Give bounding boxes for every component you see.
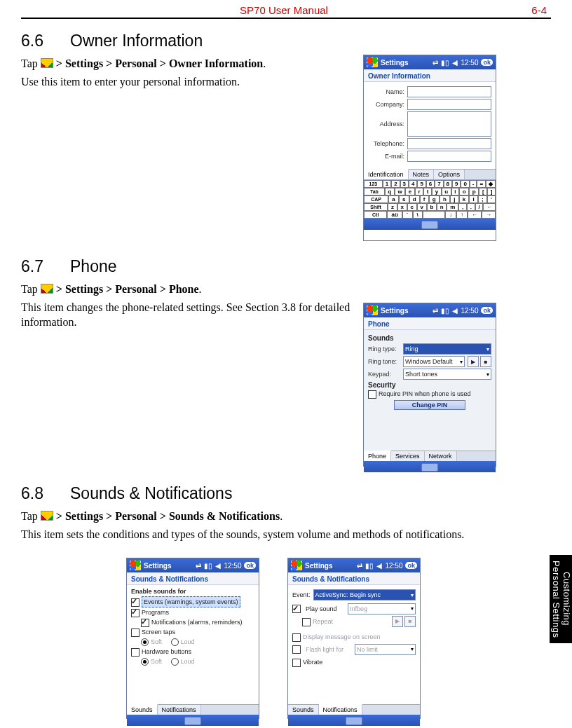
- key-period[interactable]: .: [467, 203, 475, 211]
- play-button[interactable]: ▶: [392, 616, 403, 627]
- loud-radio[interactable]: [171, 638, 179, 646]
- play-button[interactable]: ▶: [468, 356, 479, 367]
- soft-radio[interactable]: [141, 638, 149, 646]
- key-0[interactable]: 0: [461, 180, 469, 188]
- change-pin-button[interactable]: Change PIN: [394, 400, 465, 410]
- key-space[interactable]: [423, 211, 445, 219]
- key-o[interactable]: o: [459, 188, 469, 195]
- key-semicolon[interactable]: ;: [478, 195, 487, 203]
- key-comma[interactable]: ,: [458, 203, 467, 211]
- key-n[interactable]: n: [437, 203, 447, 211]
- key-slash[interactable]: /: [475, 203, 484, 211]
- key-down[interactable]: ↓: [445, 211, 456, 219]
- key-shift[interactable]: Shift: [364, 203, 388, 211]
- key-x[interactable]: x: [397, 203, 407, 211]
- key-f[interactable]: f: [420, 195, 429, 203]
- key-lbracket[interactable]: [: [479, 188, 487, 195]
- address-input[interactable]: [407, 111, 491, 137]
- repeat-checkbox[interactable]: [302, 618, 311, 626]
- key-2[interactable]: 2: [391, 180, 400, 188]
- key-backslash[interactable]: \: [413, 211, 423, 219]
- event-dropdown[interactable]: ActiveSync: Begin sync▾: [313, 589, 416, 600]
- key-equals[interactable]: =: [477, 180, 486, 188]
- ok-button[interactable]: ok: [405, 562, 417, 569]
- start-menu-icon[interactable]: [367, 57, 378, 67]
- key-backtick[interactable]: `: [402, 211, 413, 219]
- key-3[interactable]: 3: [400, 180, 409, 188]
- play-sound-checkbox[interactable]: [292, 605, 301, 613]
- key-4[interactable]: 4: [409, 180, 417, 188]
- tab-phone[interactable]: Phone: [364, 451, 391, 461]
- key-enter[interactable]: ←: [483, 203, 496, 211]
- keypad-dropdown[interactable]: Short tones▾: [403, 369, 491, 380]
- key-intl[interactable]: áü: [387, 211, 402, 219]
- key-tab[interactable]: Tab: [364, 188, 385, 195]
- key-s[interactable]: s: [399, 195, 409, 203]
- stop-button[interactable]: ■: [404, 616, 416, 627]
- key-right[interactable]: →: [482, 211, 496, 219]
- key-rbracket[interactable]: ]: [487, 188, 496, 195]
- tab-sounds[interactable]: Sounds: [127, 704, 158, 715]
- tab-options[interactable]: Options: [434, 170, 465, 179]
- name-input[interactable]: [407, 86, 491, 97]
- display-message-checkbox[interactable]: [292, 633, 301, 642]
- tab-notifications[interactable]: Notifications: [158, 705, 201, 715]
- tab-notifications[interactable]: Notifications: [319, 704, 362, 715]
- tab-notes[interactable]: Notes: [409, 170, 435, 179]
- notifications-checkbox[interactable]: [141, 619, 149, 627]
- company-input[interactable]: [407, 99, 491, 110]
- key-quote[interactable]: ': [487, 195, 496, 203]
- play-sound-dropdown[interactable]: Infbeg▾: [348, 603, 416, 614]
- key-r[interactable]: r: [415, 188, 423, 195]
- key-123[interactable]: 123: [364, 180, 383, 188]
- ok-button[interactable]: ok: [244, 562, 256, 569]
- keyboard-toggle-icon[interactable]: [421, 463, 438, 472]
- key-c[interactable]: c: [407, 203, 417, 211]
- key-z[interactable]: z: [388, 203, 397, 211]
- key-caps[interactable]: CAP: [364, 195, 388, 203]
- key-left[interactable]: ←: [468, 211, 482, 219]
- stop-button[interactable]: ■: [480, 356, 491, 367]
- start-menu-icon[interactable]: [130, 561, 141, 570]
- keyboard-toggle-icon[interactable]: [184, 717, 201, 725]
- key-minus[interactable]: -: [470, 180, 477, 188]
- keyboard-toggle-icon[interactable]: [421, 221, 438, 229]
- require-pin-checkbox[interactable]: [368, 390, 376, 399]
- events-checkbox[interactable]: [131, 598, 139, 607]
- start-menu-icon[interactable]: [291, 561, 302, 570]
- tab-identification[interactable]: Identification: [364, 169, 409, 179]
- key-9[interactable]: 9: [452, 180, 461, 188]
- key-i[interactable]: i: [451, 188, 459, 195]
- key-v[interactable]: v: [417, 203, 427, 211]
- ring-type-dropdown[interactable]: Ring▾: [403, 343, 491, 355]
- key-a[interactable]: a: [388, 195, 399, 203]
- key-b[interactable]: b: [427, 203, 437, 211]
- key-j[interactable]: j: [450, 195, 459, 203]
- tab-network[interactable]: Network: [425, 451, 457, 461]
- programs-checkbox[interactable]: [131, 609, 139, 617]
- key-1[interactable]: 1: [383, 180, 391, 188]
- soft-radio-2[interactable]: [141, 658, 149, 666]
- key-t[interactable]: t: [423, 188, 432, 195]
- key-g[interactable]: g: [429, 195, 440, 203]
- key-k[interactable]: k: [459, 195, 470, 203]
- loud-radio-2[interactable]: [171, 658, 179, 666]
- tab-sounds[interactable]: Sounds: [288, 705, 319, 715]
- key-m[interactable]: m: [447, 203, 458, 211]
- key-ctl[interactable]: Ctl: [364, 211, 387, 219]
- key-6[interactable]: 6: [426, 180, 435, 188]
- screen-taps-checkbox[interactable]: [131, 629, 139, 637]
- ring-tone-dropdown[interactable]: Windows Default▾: [403, 356, 465, 367]
- key-l[interactable]: l: [469, 195, 478, 203]
- key-e[interactable]: e: [405, 188, 415, 195]
- hw-buttons-checkbox[interactable]: [131, 648, 139, 657]
- key-backspace[interactable]: ◆: [486, 180, 496, 188]
- key-q[interactable]: q: [385, 188, 395, 195]
- key-5[interactable]: 5: [417, 180, 425, 188]
- key-up[interactable]: ↑: [456, 211, 468, 219]
- telephone-input[interactable]: [407, 138, 491, 149]
- key-u[interactable]: u: [442, 188, 451, 195]
- ok-button[interactable]: ok: [481, 307, 493, 314]
- flash-light-checkbox[interactable]: [292, 645, 301, 654]
- keyboard-toggle-icon[interactable]: [346, 717, 362, 725]
